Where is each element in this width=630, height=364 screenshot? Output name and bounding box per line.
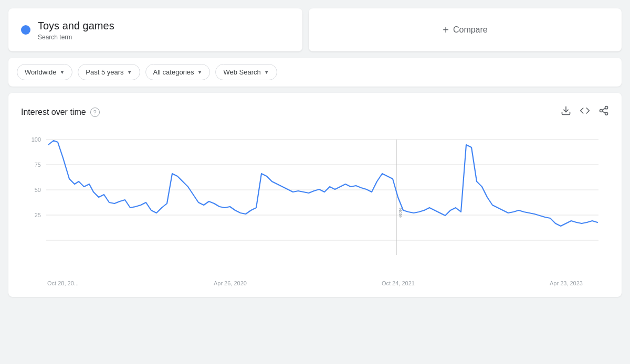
compare-label: Compare bbox=[453, 25, 488, 35]
chart-section: Interest over time ? bbox=[8, 93, 622, 297]
share-icon[interactable] bbox=[598, 105, 609, 119]
svg-line-4 bbox=[602, 111, 605, 113]
x-label-2: Apr 26, 2020 bbox=[214, 280, 247, 286]
time-range-filter-label: Past 5 years bbox=[86, 68, 123, 76]
chart-actions bbox=[561, 105, 609, 119]
svg-line-5 bbox=[602, 108, 605, 110]
filters-bar: Worldwide ▼ Past 5 years ▼ All categorie… bbox=[8, 58, 622, 87]
chart-svg: 100 75 50 25 Note bbox=[21, 129, 609, 276]
category-filter[interactable]: All categories ▼ bbox=[145, 64, 211, 80]
region-filter[interactable]: Worldwide ▼ bbox=[17, 64, 72, 80]
svg-text:50: 50 bbox=[35, 187, 41, 193]
region-chevron-icon: ▼ bbox=[59, 69, 65, 75]
time-chevron-icon: ▼ bbox=[127, 69, 132, 75]
category-filter-label: All categories bbox=[153, 68, 194, 76]
search-term-card: Toys and games Search term bbox=[8, 8, 302, 51]
time-range-filter[interactable]: Past 5 years ▼ bbox=[78, 64, 140, 80]
x-label-4: Apr 23, 2023 bbox=[550, 280, 583, 286]
embed-icon[interactable] bbox=[580, 105, 590, 119]
search-type-filter[interactable]: Web Search ▼ bbox=[215, 64, 277, 80]
search-type-chevron-icon: ▼ bbox=[264, 69, 269, 75]
chart-title: Interest over time bbox=[21, 108, 86, 117]
region-filter-label: Worldwide bbox=[25, 68, 56, 76]
search-term-sublabel: Search term bbox=[38, 34, 114, 41]
search-term-info: Toys and games Search term bbox=[38, 19, 114, 41]
x-label-3: Oct 24, 2021 bbox=[382, 280, 415, 286]
help-icon[interactable]: ? bbox=[90, 108, 100, 117]
svg-text:100: 100 bbox=[32, 136, 41, 143]
compare-plus-icon: + bbox=[443, 24, 449, 36]
category-chevron-icon: ▼ bbox=[197, 69, 203, 75]
x-label-1: Oct 28, 20... bbox=[47, 280, 79, 286]
search-type-filter-label: Web Search bbox=[223, 68, 260, 76]
chart-container: 100 75 50 25 Note bbox=[21, 129, 609, 276]
x-axis-labels: Oct 28, 20... Apr 26, 2020 Oct 24, 2021 … bbox=[21, 276, 609, 286]
svg-text:25: 25 bbox=[35, 212, 41, 218]
search-term-title: Toys and games bbox=[38, 19, 114, 33]
term-dot bbox=[21, 25, 30, 35]
download-icon[interactable] bbox=[561, 105, 571, 119]
chart-header: Interest over time ? bbox=[21, 105, 609, 119]
svg-text:75: 75 bbox=[35, 162, 41, 168]
compare-card[interactable]: + Compare bbox=[309, 8, 622, 51]
chart-title-group: Interest over time ? bbox=[21, 108, 100, 117]
